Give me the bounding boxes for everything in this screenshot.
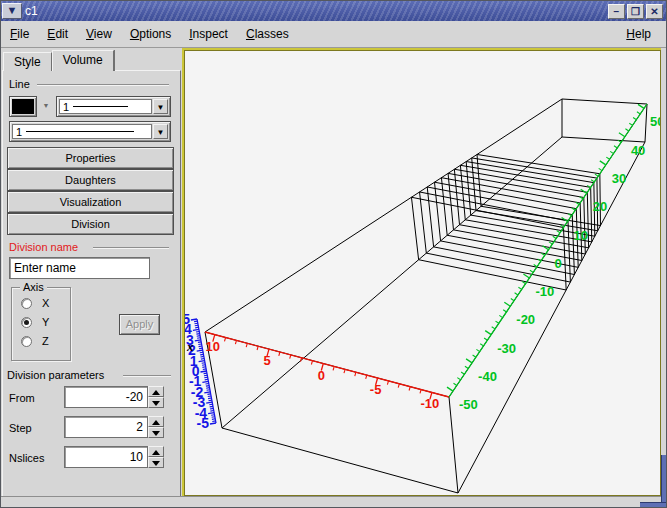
axis-x-label: X	[42, 297, 49, 309]
triangle-up-icon	[152, 420, 160, 425]
axis-radio-y[interactable]: Y	[21, 316, 49, 328]
minimize-button[interactable]: −	[608, 4, 625, 19]
spin-down-button[interactable]	[148, 427, 164, 438]
division-params-rule	[123, 375, 171, 377]
svg-text:20: 20	[593, 199, 607, 214]
line-color-dropdown[interactable]: ▼	[40, 100, 52, 113]
svg-text:40: 40	[631, 143, 645, 158]
axis-y-label: Y	[42, 316, 49, 328]
properties-button[interactable]: Properties	[7, 147, 174, 169]
step-stepper[interactable]	[148, 416, 164, 438]
svg-text:5: 5	[263, 353, 270, 368]
nslices-input[interactable]: 10	[64, 446, 148, 468]
line-color-swatch[interactable]	[9, 96, 37, 117]
line-width-dropdown[interactable]: ▼	[153, 99, 168, 114]
window-frame-bottom	[1, 496, 666, 507]
triangle-up-icon	[152, 450, 160, 455]
menu-file[interactable]: File	[1, 23, 38, 45]
menu-view[interactable]: View	[77, 23, 121, 45]
svg-text:0: 0	[555, 256, 562, 271]
division-name-rule	[93, 247, 169, 249]
editor-tabs: Style Volume	[3, 50, 114, 71]
division-name-label: Division name	[9, 241, 78, 253]
from-stepper[interactable]	[148, 386, 164, 408]
line-style-dropdown[interactable]: ▼	[153, 124, 168, 139]
chevron-down-icon: ▼	[157, 128, 165, 137]
minimize-icon: −	[614, 6, 620, 17]
chevron-down-icon: ▼	[43, 102, 50, 109]
radio-selected-icon[interactable]	[21, 317, 32, 328]
axis-radio-x[interactable]: X	[21, 297, 49, 309]
svg-text:30: 30	[612, 171, 626, 186]
menu-bar: File Edit View Options Inspect Classes H…	[1, 21, 666, 48]
title-bar[interactable]: ▼ c1 − ❐ ✕	[1, 1, 666, 21]
svg-text:10: 10	[574, 228, 588, 243]
triangle-down-icon	[152, 431, 160, 436]
chevron-down-icon: ▼	[157, 103, 165, 112]
svg-text:-5: -5	[370, 382, 382, 397]
canvas-highlight-border: 1050-5-10-50-40-30-20-100102030405054321…	[182, 48, 663, 498]
tab-style[interactable]: Style	[3, 52, 52, 71]
line-color-value	[12, 99, 34, 114]
nslices-label: Nslices	[9, 452, 44, 464]
triangle-down-icon	[152, 461, 160, 466]
menu-help[interactable]: Help	[617, 23, 660, 45]
close-button[interactable]: ✕	[646, 4, 663, 19]
line-style-combo[interactable]: 1 ▼	[9, 121, 171, 142]
division-button[interactable]: Division	[7, 213, 174, 235]
menu-edit[interactable]: Edit	[38, 23, 77, 45]
apply-button[interactable]: Apply	[119, 314, 160, 335]
visualization-button[interactable]: Visualization	[7, 191, 174, 213]
root-canvas-svg: 1050-5-10-50-40-30-20-100102030405054321…	[185, 51, 660, 495]
app-window: ▼ c1 − ❐ ✕ File Edit View Options Inspec…	[0, 0, 667, 508]
radio-icon[interactable]	[21, 336, 32, 347]
maximize-button[interactable]: ❐	[627, 4, 644, 19]
line-style-sample	[26, 131, 134, 132]
svg-text:50: 50	[650, 114, 660, 129]
triangle-up-icon	[152, 390, 160, 395]
line-group-rule	[37, 84, 169, 86]
tab-volume[interactable]: Volume	[52, 50, 114, 71]
svg-text:-50: -50	[459, 397, 478, 412]
svg-text:x: x	[186, 339, 194, 354]
svg-text:-10: -10	[535, 284, 554, 299]
svg-text:0: 0	[318, 368, 325, 383]
window-title: c1	[25, 4, 38, 18]
spin-up-button[interactable]	[148, 446, 164, 457]
line-width-sample	[73, 106, 128, 107]
menu-classes[interactable]: Classes	[237, 23, 298, 45]
chevron-down-icon: ▼	[7, 4, 18, 16]
line-width-value: 1	[63, 101, 69, 113]
line-style-value: 1	[16, 126, 22, 138]
resize-handle[interactable]	[661, 455, 666, 507]
axis-z-label: Z	[42, 335, 49, 347]
triangle-down-icon	[152, 401, 160, 406]
spin-up-button[interactable]	[148, 386, 164, 397]
division-params-label: Division parameters	[7, 369, 104, 381]
nslices-stepper[interactable]	[148, 446, 164, 468]
spin-up-button[interactable]	[148, 416, 164, 427]
window-menu-button[interactable]: ▼	[2, 3, 22, 19]
window-frame-right	[661, 48, 666, 507]
line-width-combo[interactable]: 1 ▼	[56, 96, 171, 117]
svg-text:-20: -20	[516, 312, 535, 327]
axis-groupbox: Axis X Y Z	[11, 287, 71, 361]
svg-text:-5: -5	[197, 415, 210, 431]
axis-radio-z[interactable]: Z	[21, 335, 49, 347]
step-label: Step	[9, 422, 32, 434]
svg-text:-30: -30	[497, 341, 516, 356]
daughters-button[interactable]: Daughters	[7, 169, 174, 191]
division-name-input[interactable]: Enter name	[9, 257, 150, 279]
menu-inspect[interactable]: Inspect	[180, 23, 237, 45]
spin-down-button[interactable]	[148, 457, 164, 468]
resize-handle[interactable]	[640, 502, 666, 507]
menu-options[interactable]: Options	[121, 23, 180, 45]
axis-group-label: Axis	[20, 281, 47, 293]
from-input[interactable]: -20	[64, 386, 148, 408]
step-input[interactable]: 2	[64, 416, 148, 438]
radio-icon[interactable]	[21, 298, 32, 309]
root-canvas[interactable]: 1050-5-10-50-40-30-20-100102030405054321…	[184, 50, 661, 496]
svg-text:10: 10	[206, 339, 220, 354]
spin-down-button[interactable]	[148, 397, 164, 408]
close-icon: ✕	[650, 6, 658, 17]
